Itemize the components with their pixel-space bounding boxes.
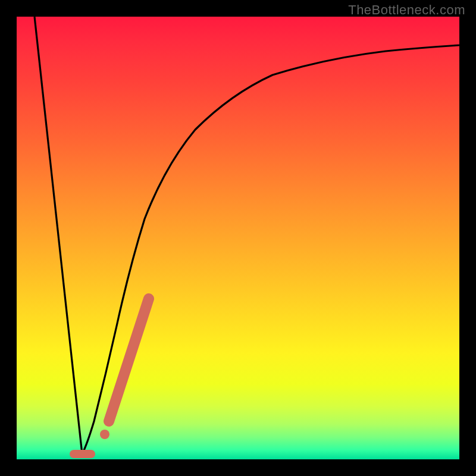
watermark-text: TheBottleneck.com <box>348 2 465 18</box>
curve-left-descent <box>35 17 82 454</box>
chart-container: TheBottleneck.com <box>0 0 476 476</box>
plot-area <box>17 17 459 459</box>
highlight-segment <box>109 299 149 421</box>
chart-svg <box>17 17 459 459</box>
curve-right-rise <box>82 45 459 454</box>
highlight-dot <box>100 430 109 439</box>
